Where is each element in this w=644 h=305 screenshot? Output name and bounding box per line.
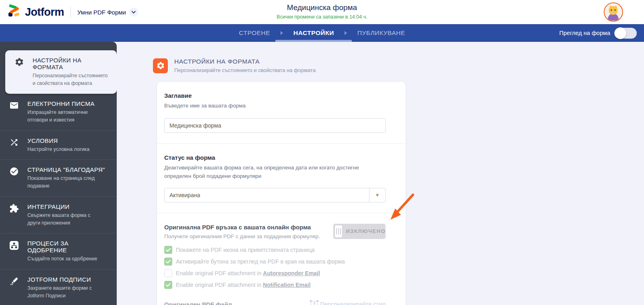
sidebar-item-title: ИНТЕГРАЦИИ [27, 203, 104, 210]
preview-controls: Преглед на форма [559, 24, 637, 42]
sidebar-item-integrations[interactable]: ИНТЕГРАЦИИ Свържете вашата форма с други… [0, 196, 117, 233]
title-field-description: Въведете име за вашата форма [164, 102, 384, 110]
tab-publish[interactable]: ПУБЛИКУВАНЕ [357, 24, 405, 42]
checkbox-label: Enable original PDF attachment in [176, 282, 263, 288]
pdf-options-list: Покажете на PDF икона на приветствената … [164, 246, 386, 289]
nav-arrow-icon [345, 31, 347, 35]
select-caret-icon: ▼ [369, 188, 385, 202]
product-label: Умни PDF Форми [77, 9, 126, 16]
sidebar-item-title: ПРОЦЕСИ ЗА ОДОБРЕНИЕ [27, 240, 108, 253]
pdf-section-description: Получете оригиналния PDF с данни за пода… [164, 233, 336, 239]
header-divider [70, 7, 71, 17]
sidebar-item-jotform-sign[interactable]: JOTFORM ПОДПИСИ Захранете вашите форми с… [0, 269, 117, 305]
checkbox-show-pdf-icon[interactable]: Покажете на PDF икона на приветствената … [164, 246, 386, 254]
pdf-section-title: Оригинална PDF връзка с вашата онлайн фо… [164, 224, 336, 231]
title-section: Заглавие Въведете име за вашата форма [157, 82, 406, 143]
settings-sidebar: НАСТРОЙКИ НА ФОРМАТА Персонализирайте съ… [0, 42, 117, 305]
toggle-knob [335, 225, 342, 237]
checkbox-notification-attachment[interactable]: Enable original PDF attachment in Notifi… [164, 281, 386, 289]
sidebar-item-subtitle: Настройте условна логика [27, 146, 89, 153]
settings-card: Заглавие Въведете име за вашата форма Ст… [157, 82, 406, 305]
pdf-link-toggle[interactable]: ИЗКЛЮЧЕНО [333, 224, 386, 239]
sidebar-item-subtitle: Създайте поток за одобрение [27, 255, 104, 263]
text-style-icon: T [311, 301, 318, 305]
pdf-link-section: Оригинална PDF връзка с вашата онлайн фо… [157, 213, 406, 305]
title-field-label: Заглавие [164, 92, 386, 99]
chevron-down-icon [129, 8, 138, 16]
status-field-description: Деактивирайте вашата форма сега, на опре… [164, 164, 384, 181]
sidebar-item-emails[interactable]: ЕЛЕКТРОННИ ПИСМА Изпращайте автоматични … [0, 94, 117, 130]
sidebar-item-subtitle: Изпращайте автоматични отговори и извест… [27, 109, 104, 124]
sidebar-item-subtitle: Захранете вашите форми с Jotform Подписи [27, 284, 104, 300]
original-pdf-file-label: Оригинален PDF файл [164, 301, 232, 305]
jotform-logo[interactable]: Jotform [0, 4, 64, 20]
app-header: Jotform Умни PDF Форми Медицинска форма … [0, 0, 644, 24]
status-section: Статус на форма Деактивирайте вашата фор… [157, 143, 406, 213]
pdf-toggle-state-label: ИЗКЛЮЧЕНО [346, 228, 386, 234]
gear-icon [153, 58, 168, 73]
sidebar-item-conditions[interactable]: УСЛОВИЯ Настройте условна логика [0, 130, 117, 159]
approval-flow-icon [6, 240, 22, 251]
sidebar-item-title: JOTFORM ПОДПИСИ [27, 276, 104, 283]
sidebar-item-form-settings[interactable]: НАСТРОЙКИ НА ФОРМАТА Персонализирайте съ… [5, 50, 117, 94]
checkbox-autoresponder-attachment[interactable]: Enable original PDF attachment in Autore… [164, 269, 386, 277]
tab-settings[interactable]: НАСТРОЙКИ [293, 24, 334, 42]
checkbox-checked-icon [164, 281, 172, 289]
nav-arrow-icon [281, 31, 283, 35]
section-header-title: НАСТРОЙКИ НА ФОРМАТА [174, 58, 316, 65]
active-tab-underline [275, 40, 352, 42]
preview-toggle[interactable] [614, 28, 637, 39]
sidebar-spacer [0, 42, 117, 50]
customize-style-link[interactable]: T Персонализирайте стил [311, 301, 386, 305]
jotform-logo-icon [7, 4, 21, 20]
tab-build[interactable]: СТРОЕНЕ [239, 24, 270, 42]
form-title-input[interactable] [164, 118, 386, 133]
sidebar-item-subtitle: Свържете вашата форма с други приложения [27, 212, 104, 227]
sidebar-item-subtitle: Показване на страница след подаване [27, 175, 104, 190]
section-header-subtitle: Персонализирайте състоянието и свойстват… [174, 67, 316, 73]
checkbox-checked-icon [164, 246, 172, 254]
sidebar-item-title: УСЛОВИЯ [27, 137, 89, 144]
form-status-value: Активирана [165, 192, 369, 198]
nav-tabs: СТРОЕНЕ НАСТРОЙКИ ПУБЛИКУВАНЕ [0, 24, 644, 42]
checkbox-label: Enable original PDF attachment in [176, 270, 263, 276]
status-field-label: Статус на форма [164, 154, 386, 161]
main-navbar: СТРОЕНЕ НАСТРОЙКИ ПУБЛИКУВАНЕ Преглед на… [0, 24, 644, 42]
sidebar-item-subtitle: Персонализирайте състоянието и свойстват… [33, 72, 108, 88]
user-avatar[interactable] [604, 2, 623, 22]
sidebar-item-thank-you-page[interactable]: СТРАНИЦА "БЛАГОДАРЯ" Показване на страни… [0, 159, 117, 196]
customize-style-label: Персонализирайте стил [320, 301, 386, 305]
sidebar-item-title: СТРАНИЦА "БЛАГОДАРЯ" [27, 166, 105, 173]
envelope-icon [6, 101, 22, 110]
toggle-knob [615, 27, 626, 39]
checkbox-pdf-preview-button[interactable]: Активирайте бутона за преглед на PDF в к… [164, 258, 386, 266]
product-switcher[interactable]: Умни PDF Форми [77, 8, 138, 16]
checkbox-label: Покажете на PDF икона на приветствената … [176, 247, 315, 253]
checkbox-label: Активирайте бутона за преглед на PDF в к… [176, 258, 345, 265]
autoresponder-email-link[interactable]: Autoresponder Email [263, 270, 320, 276]
sidebar-item-approval-flows[interactable]: ПРОЦЕСИ ЗА ОДОБРЕНИЕ Създайте поток за о… [0, 233, 117, 269]
sidebar-item-title: НАСТРОЙКИ НА ФОРМАТА [33, 57, 108, 70]
preview-toggle-label: Преглед на форма [559, 30, 610, 36]
shuffle-icon [6, 138, 22, 147]
puzzle-icon [6, 204, 22, 213]
checkbox-checked-icon [164, 258, 172, 266]
sidebar-item-title: ЕЛЕКТРОННИ ПИСМА [27, 100, 104, 107]
section-header: НАСТРОЙКИ НА ФОРМАТА Персонализирайте съ… [153, 58, 316, 73]
check-circle-icon [6, 167, 22, 176]
signature-pen-icon [6, 276, 22, 286]
settings-main-panel: НАСТРОЙКИ НА ФОРМАТА Персонализирайте съ… [117, 42, 644, 305]
gear-icon [12, 57, 27, 67]
tab-settings-label: НАСТРОЙКИ [293, 29, 334, 37]
checkbox-unchecked-icon [164, 269, 172, 277]
notification-email-link[interactable]: Notification Email [263, 282, 310, 288]
form-status-select[interactable]: Активирана ▼ [164, 188, 386, 202]
brand-name: Jotform [25, 6, 64, 19]
